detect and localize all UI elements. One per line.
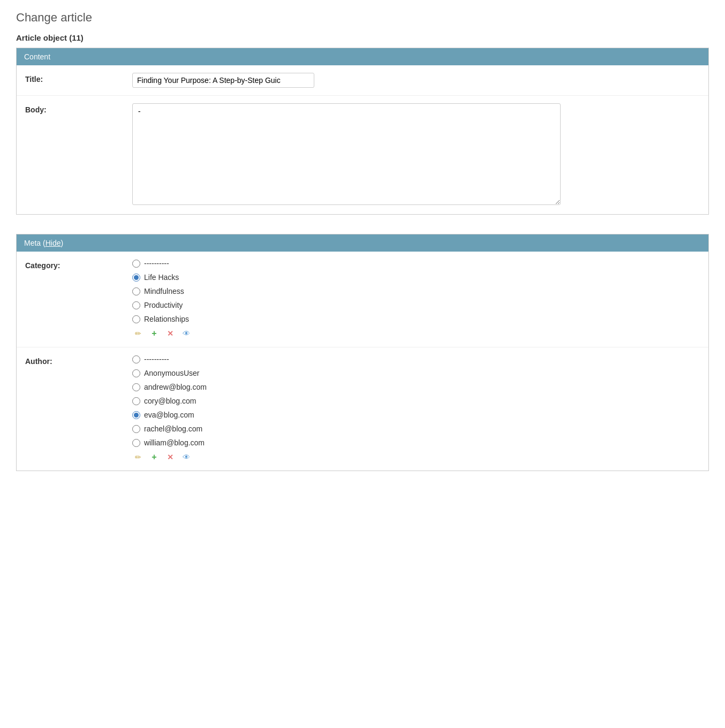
author-radio-auth-anonymous[interactable] [132,369,140,377]
category-radio-cat-lifehacks[interactable] [132,274,140,282]
category-radio-cat-none[interactable] [132,260,140,268]
category-view-icon[interactable]: 👁 [180,328,192,339]
author-field: ----------AnonymousUserandrew@blog.comco… [132,355,700,463]
author-edit-icon[interactable]: ✏ [132,451,144,463]
author-label-auth-william[interactable]: william@blog.com [144,438,205,447]
author-radio-auth-andrew[interactable] [132,383,140,391]
author-radio-auth-rachel[interactable] [132,425,140,433]
article-section-header: Article object (11) [16,33,709,42]
author-option: rachel@blog.com [132,424,700,433]
author-view-icon[interactable]: 👁 [180,451,192,463]
category-add-icon[interactable]: + [148,328,160,339]
author-row: Author: ----------AnonymousUserandrew@bl… [17,347,708,471]
category-action-icons: ✏ + ✕ 👁 [132,328,700,339]
body-label: Body: [25,103,132,114]
author-option: eva@blog.com [132,411,700,419]
author-option: andrew@blog.com [132,383,700,391]
content-fieldset: Content Title: Body: - [16,48,709,215]
category-option: Productivity [132,301,700,309]
category-row: Category: ----------Life HacksMindfulnes… [17,252,708,347]
body-row: Body: - [17,96,708,214]
content-legend-label: Content [24,52,50,61]
category-label-cat-productivity[interactable]: Productivity [144,301,183,309]
author-radio-group: ----------AnonymousUserandrew@blog.comco… [132,355,700,447]
category-label-cat-relationships[interactable]: Relationships [144,315,189,323]
meta-legend-label: Meta (Hide) [24,239,63,247]
author-label-auth-eva[interactable]: eva@blog.com [144,411,194,419]
author-option: AnonymousUser [132,369,700,377]
author-label-auth-none[interactable]: ---------- [144,355,169,363]
title-label: Title: [25,73,132,84]
author-option: william@blog.com [132,438,700,447]
meta-fieldset: Meta (Hide) Category: ----------Life Hac… [16,234,709,471]
category-radio-cat-mindfulness[interactable] [132,287,140,295]
title-input[interactable] [132,73,314,88]
author-add-icon[interactable]: + [148,451,160,463]
author-label-auth-cory[interactable]: cory@blog.com [144,397,196,405]
category-delete-icon[interactable]: ✕ [164,328,176,339]
title-field [132,73,700,88]
author-label-auth-rachel[interactable]: rachel@blog.com [144,424,202,433]
category-option: ---------- [132,259,700,268]
author-radio-auth-none[interactable] [132,355,140,363]
category-label-cat-mindfulness[interactable]: Mindfulness [144,287,184,295]
category-radio-cat-productivity[interactable] [132,301,140,309]
author-radio-auth-eva[interactable] [132,411,140,419]
category-label-cat-none[interactable]: ---------- [144,259,169,268]
category-option: Life Hacks [132,273,700,282]
author-option: cory@blog.com [132,397,700,405]
author-delete-icon[interactable]: ✕ [164,451,176,463]
author-option: ---------- [132,355,700,363]
title-row: Title: [17,65,708,96]
author-label-auth-anonymous[interactable]: AnonymousUser [144,369,200,377]
category-radio-cat-relationships[interactable] [132,315,140,323]
category-label: Category: [25,259,132,270]
meta-legend: Meta (Hide) [17,234,708,252]
category-field: ----------Life HacksMindfulnessProductiv… [132,259,700,339]
author-label: Author: [25,355,132,366]
author-action-icons: ✏ + ✕ 👁 [132,451,700,463]
category-label-cat-lifehacks[interactable]: Life Hacks [144,273,179,282]
content-legend: Content [17,48,708,65]
category-radio-group: ----------Life HacksMindfulnessProductiv… [132,259,700,323]
category-edit-icon[interactable]: ✏ [132,328,144,339]
author-radio-auth-cory[interactable] [132,397,140,405]
category-option: Mindfulness [132,287,700,295]
page-title: Change article [16,11,709,25]
hide-link[interactable]: Hide [46,239,61,247]
body-textarea[interactable]: - [132,103,561,205]
author-label-auth-andrew[interactable]: andrew@blog.com [144,383,207,391]
author-radio-auth-william[interactable] [132,439,140,447]
body-field: - [132,103,700,207]
category-option: Relationships [132,315,700,323]
